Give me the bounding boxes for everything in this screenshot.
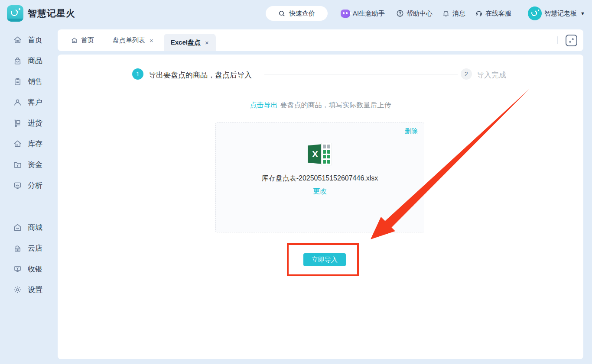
user-menu[interactable]: 智慧记老板 ▼	[528, 6, 585, 20]
headset-icon	[475, 10, 483, 17]
caret-down-icon: ▼	[580, 11, 585, 16]
sidebar-item-sales[interactable]: 销售	[0, 71, 58, 92]
analysis-chart-icon	[13, 181, 22, 190]
app-logo-icon	[7, 5, 23, 22]
sidebar-item-inventory[interactable]: 库存	[0, 133, 58, 154]
tab-divider	[102, 36, 102, 44]
top-header: 智慧记星火 快速查价 AI AI生意助手 帮助中心 消息 在线客服	[0, 0, 592, 27]
tab-excel-inventory[interactable]: Excel盘点 ×	[164, 34, 216, 51]
uploaded-file-name: 库存盘点表-20250515152607446.xlsx	[216, 174, 424, 183]
tab-home[interactable]: 首页	[71, 36, 94, 45]
nav-messages[interactable]: 消息	[442, 10, 465, 18]
excel-cover: X	[308, 144, 322, 164]
inventory-warehouse-icon	[13, 139, 22, 148]
nav-ai-assistant[interactable]: AI AI生意助手	[341, 10, 385, 18]
app-logo: 智慧记星火	[7, 5, 75, 22]
sidebar-item-mall[interactable]: 商城	[0, 217, 58, 238]
expand-button[interactable]	[566, 35, 577, 46]
step-2-label: 导入完成	[477, 70, 506, 80]
user-name: 智慧记老板	[544, 10, 577, 18]
sales-clipboard-icon	[13, 77, 22, 86]
home-icon	[71, 37, 78, 44]
quick-price-search[interactable]: 快速查价	[266, 6, 328, 21]
sidebar-item-customers[interactable]: 客户	[0, 92, 58, 113]
excel-sheet	[321, 143, 332, 165]
mall-store-icon	[13, 223, 22, 232]
cloud-shop-icon	[13, 244, 22, 253]
avatar	[528, 6, 542, 20]
funds-folder-icon	[13, 160, 22, 169]
quick-price-label: 快速查价	[289, 10, 315, 18]
tab-close-icon[interactable]: ×	[150, 37, 153, 44]
sidebar-item-cashier[interactable]: 收银	[0, 258, 58, 279]
delete-file-link[interactable]: 删除	[405, 127, 418, 135]
instruction-rest: 要盘点的商品，填写实际数量后上传	[280, 101, 391, 109]
bell-icon	[442, 10, 450, 17]
step-connector-line	[264, 74, 458, 74]
step-2-indicator: 2	[461, 68, 472, 80]
sidebar-item-analysis[interactable]: 分析	[0, 175, 58, 196]
nav-online-service[interactable]: 在线客服	[475, 10, 511, 18]
search-icon	[278, 10, 286, 17]
sidebar-item-settings[interactable]: 设置	[0, 279, 58, 300]
home-icon	[13, 35, 22, 45]
tab-inventory-list[interactable]: 盘点单列表 ×	[110, 36, 156, 45]
sidebar-item-cloud-shop[interactable]: 云店	[0, 238, 58, 258]
expand-icon	[569, 38, 574, 43]
sidebar: 首页 商品 销售 客户 进货 库存 资金 分析	[0, 29, 58, 300]
ai-assistant-icon: AI	[341, 10, 350, 18]
purchase-trolley-icon	[13, 119, 22, 128]
upload-file-card: 删除 X 库存盘点表-20250515152607446.xlsx 更改	[215, 122, 424, 232]
excel-file-icon: X	[308, 143, 332, 165]
gear-icon	[13, 285, 22, 294]
step-1-label: 导出要盘点的商品，盘点后导入	[149, 70, 252, 80]
nav-help-center[interactable]: 帮助中心	[396, 10, 433, 18]
app-title: 智慧记星火	[28, 7, 75, 19]
sidebar-item-funds[interactable]: 资金	[0, 154, 58, 175]
step-1-indicator: 1	[132, 68, 143, 80]
tab-bar: 首页 盘点单列表 × Excel盘点 ×	[58, 29, 583, 51]
import-now-button[interactable]: 立即导入	[303, 253, 346, 266]
tab-close-icon[interactable]: ×	[205, 39, 209, 46]
sidebar-item-goods[interactable]: 商品	[0, 50, 58, 71]
instruction-text: 点击导出要盘点的商品，填写实际数量后上传	[58, 101, 583, 110]
change-file-link[interactable]: 更改	[216, 187, 424, 196]
help-icon	[396, 10, 404, 17]
app-window: 智慧记星火 快速查价 AI AI生意助手 帮助中心 消息 在线客服	[0, 0, 592, 364]
tab-divider	[557, 36, 558, 44]
customer-icon	[13, 98, 22, 107]
goods-bag-icon	[13, 56, 22, 65]
export-link[interactable]: 点击导出	[250, 101, 278, 109]
sidebar-item-home[interactable]: 首页	[0, 29, 58, 50]
sidebar-item-purchase[interactable]: 进货	[0, 113, 58, 133]
cashier-monitor-icon	[13, 264, 22, 274]
